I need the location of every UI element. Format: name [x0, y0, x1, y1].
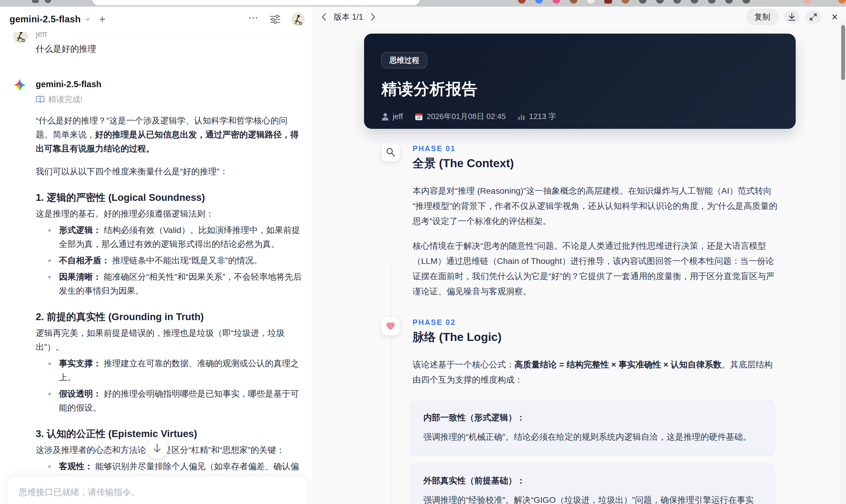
- version-next-icon[interactable]: [370, 13, 376, 21]
- extension-icon[interactable]: [587, 0, 595, 4]
- phase-body: 本内容是对“推理 (Reasoning)”这一抽象概念的高层建模。在知识爆炸与人…: [412, 183, 780, 299]
- dimension-card: 内部一致性（形式逻辑）： 强调推理的“机械正确”。结论必须在给定的规则系统内逻辑…: [410, 400, 775, 456]
- section-lead: 这是推理的基石。好的推理必须遵循逻辑法则：: [36, 207, 302, 221]
- calendar-icon: 17: [415, 112, 423, 121]
- download-button[interactable]: [784, 10, 799, 24]
- extension-icon[interactable]: [535, 0, 543, 4]
- dimension-card: 外部真实性（前提基础）： 强调推理的“经验校准”。解决“GIGO（垃圾进，垃圾出…: [410, 464, 775, 504]
- list-item: 因果清晰： 能准确区分“相关性”和“因果关系”，不会轻率地将先后发生的事情归为因…: [36, 270, 302, 298]
- paragraph: 我们可以从以下四个维度来衡量什么是“好的推理”：: [36, 164, 302, 179]
- paragraph: “什么是好的推理？”这是一个涉及逻辑学、认知科学和哲学核心的问题。简单来说，好的…: [36, 114, 302, 156]
- list-item: 事实支撑： 推理建立在可靠的数据、准确的观测或公认的真理之上。: [36, 356, 302, 384]
- report-content: 思维过程 精读分析报告 jeff 17: [364, 34, 796, 504]
- user-avatar[interactable]: [291, 13, 305, 26]
- phase-label: PHASE 02: [412, 318, 796, 327]
- bullet-icon: [48, 465, 51, 468]
- section-lead: 逻辑再完美，如果前提是错误的，推理也是垃圾（即“垃圾进，垃圾出”）。: [36, 326, 302, 354]
- extension-icon[interactable]: [725, 0, 733, 4]
- close-button[interactable]: ×: [827, 10, 842, 24]
- extension-icon[interactable]: [656, 0, 664, 4]
- extension-icon[interactable]: [604, 0, 612, 4]
- report-author: jeff: [381, 112, 403, 121]
- extension-icon[interactable]: [804, 0, 811, 4]
- version-label: 版本 1/1: [334, 12, 363, 22]
- app-window: gemini-2.5-flash + ⋯: [0, 0, 846, 504]
- report-hero-card: 思维过程 精读分析报告 jeff 17: [364, 34, 796, 129]
- composer-input[interactable]: 思维接口已就绪，请传输指令。: [19, 486, 296, 498]
- bar-chart-icon: [518, 113, 525, 121]
- copy-button[interactable]: 复制: [746, 8, 778, 25]
- scroll-to-bottom-button[interactable]: [146, 437, 168, 459]
- extension-icon[interactable]: [639, 0, 647, 4]
- composer[interactable]: 思维接口已就绪，请传输指令。 +: [6, 476, 308, 504]
- extension-icon[interactable]: [621, 0, 629, 4]
- report-panel: 版本 1/1 复制 ×: [312, 6, 846, 504]
- phase-label: PHASE 01: [412, 144, 796, 153]
- extension-icon[interactable]: [691, 0, 698, 4]
- paragraph: 核心情境在于解决“思考的随意性”问题。不论是人类通过批判性思维进行决策，还是大语…: [412, 238, 780, 299]
- bullet-list: 形式逻辑： 结构必须有效（Valid）。比如演绎推理中，如果前提全部为真，那么通…: [36, 223, 302, 298]
- assistant-author: gemini-2.5-flash: [36, 79, 302, 89]
- phase-section: PHASE 02 脉络 (The Logic) 该论述基于一个核心公式：高质量结…: [364, 318, 796, 388]
- card-body: 强调推理的“经验校准”。解决“GIGO（垃圾进，垃圾出）”问题，确保推理引擎运行…: [423, 492, 762, 504]
- version-prev-icon[interactable]: [321, 13, 327, 21]
- bullet-icon: [48, 229, 51, 232]
- fullscreen-button[interactable]: [806, 10, 821, 24]
- brain-icon: [381, 317, 400, 335]
- assistant-message: “什么是好的推理？”这是一个涉及逻辑学、认知科学和哲学核心的问题。简单来说，好的…: [36, 114, 302, 504]
- section-heading: 1. 逻辑的严密性 (Logical Soundness): [36, 191, 302, 204]
- paragraph: 本内容是对“推理 (Reasoning)”这一抽象概念的高层建模。在知识爆炸与人…: [412, 183, 780, 229]
- phase-section: PHASE 01 全景 (The Context) 本内容是对“推理 (Reas…: [364, 144, 796, 299]
- model-title[interactable]: gemini-2.5-flash: [10, 14, 81, 25]
- scrollbar-track[interactable]: [840, 21, 846, 504]
- dimension-cards: 内部一致性（形式逻辑）： 强调推理的“机械正确”。结论必须在给定的规则系统内逻辑…: [410, 400, 775, 504]
- card-title: 外部真实性（前提基础）：: [423, 475, 762, 486]
- browser-icon-fragment: [32, 0, 39, 3]
- scrollbar-thumb[interactable]: [841, 25, 845, 80]
- paragraph: 该论述基于一个核心公式：高质量结论 = 结构完整性 × 事实准确性 × 认知自律…: [412, 357, 780, 388]
- report-word-count: 1213 字: [518, 111, 556, 122]
- phase-body: 该论述基于一个核心公式：高质量结论 = 结构完整性 × 事实准确性 × 认知自律…: [412, 357, 780, 388]
- bullet-icon: [48, 362, 51, 365]
- extension-icon[interactable]: [552, 0, 560, 4]
- report-type-badge: 思维过程: [381, 52, 427, 68]
- main-area: gemini-2.5-flash + ⋯: [0, 6, 846, 504]
- assistant-status: 精读完成!: [36, 94, 302, 105]
- card-title: 内部一致性（形式逻辑）：: [423, 412, 762, 424]
- book-icon: [36, 95, 45, 103]
- section-heading: 3. 认知的公正性 (Epistemic Virtues): [36, 427, 302, 440]
- magnifier-icon: [381, 143, 400, 162]
- bullet-icon: [48, 393, 51, 395]
- extension-icon[interactable]: [570, 0, 578, 4]
- extension-icon[interactable]: [742, 0, 750, 4]
- card-body: 强调推理的“机械正确”。结论必须在给定的规则系统内逻辑自洽，这是推理的硬件基础。: [423, 429, 762, 444]
- extension-icon[interactable]: [838, 0, 846, 4]
- user-message-text: 什么是好的推理: [36, 43, 302, 55]
- report-date: 17 2026年01月08日 02:45: [415, 111, 506, 122]
- extension-icon[interactable]: [708, 0, 716, 4]
- report-meta: jeff 17 2026年01月08日 02:45 1: [381, 111, 778, 122]
- person-icon: [381, 112, 389, 121]
- new-chat-button[interactable]: +: [99, 14, 105, 25]
- bullet-list: 事实支撑： 推理建立在可靠的数据、准确的观测或公认的真理之上。 假设透明： 好的…: [36, 356, 302, 415]
- chevron-down-icon[interactable]: [84, 16, 91, 23]
- list-item: 假设透明： 好的推理会明确指明哪些是已知事实，哪些是基于可能的假设。: [36, 387, 302, 415]
- report-title: 精读分析报告: [381, 78, 778, 100]
- list-item: 不自相矛盾： 推理链条中不能出现“既是又非”的情况。: [36, 253, 302, 268]
- address-bar[interactable]: [92, 0, 420, 5]
- assistant-status-text: 精读完成!: [48, 94, 83, 105]
- bullet-icon: [48, 259, 51, 262]
- browser-toolbar-fragment: [0, 0, 846, 6]
- chat-scroll-area[interactable]: jeff 什么是好的推理 gemini-2.5-flash 精读完成! “什么是…: [0, 25, 312, 504]
- chat-header: gemini-2.5-flash + ⋯: [0, 6, 312, 32]
- phase-title: 脉络 (The Logic): [412, 329, 796, 345]
- extension-icon[interactable]: [518, 0, 526, 4]
- report-toolbar: 版本 1/1 复制 ×: [312, 6, 846, 28]
- extension-icon[interactable]: [673, 0, 681, 4]
- svg-text:17: 17: [417, 116, 421, 120]
- model-settings-icon[interactable]: [269, 14, 281, 24]
- browser-icon-fragment: [45, 0, 51, 3]
- more-options-icon[interactable]: ⋯: [248, 15, 259, 24]
- phase-title: 全景 (The Context): [412, 155, 796, 172]
- list-item: 形式逻辑： 结构必须有效（Valid）。比如演绎推理中，如果前提全部为真，那么通…: [36, 223, 302, 251]
